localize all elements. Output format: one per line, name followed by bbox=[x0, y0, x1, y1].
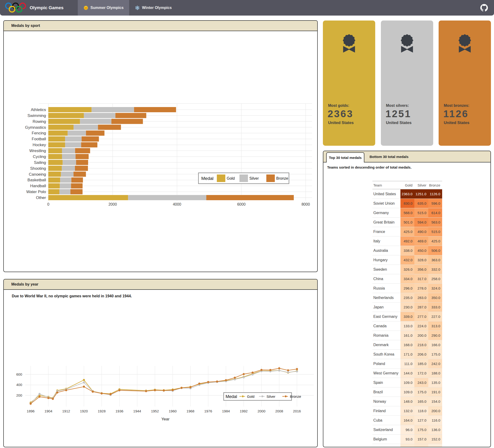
point-silver bbox=[287, 371, 289, 373]
navbar: Olympic Games 🌞 Summer Olympics ❄️ Winte… bbox=[0, 0, 494, 15]
gold-value-cell: 501.0 bbox=[400, 218, 414, 227]
gold-value-cell: 132.0 bbox=[400, 406, 414, 416]
tab-top-30[interactable]: Top 30 total medals bbox=[326, 152, 364, 163]
table-header-row: Team Gold Silver Bronze bbox=[372, 181, 442, 189]
bronze-value-cell: 363.0 bbox=[428, 255, 442, 265]
bar-segment-gold bbox=[48, 166, 62, 171]
point-silver bbox=[296, 371, 298, 372]
x-tick-label: 1904 bbox=[45, 409, 52, 413]
bar-segment-gold bbox=[48, 107, 92, 112]
gold-value-cell: 96.0 bbox=[400, 425, 414, 435]
silver-value-cell: 490.0 bbox=[414, 227, 428, 236]
point-silver bbox=[243, 376, 245, 378]
legend-dot-silver[interactable] bbox=[261, 396, 263, 397]
gold-value-cell: 830.0 bbox=[400, 199, 414, 208]
point-bronze bbox=[278, 367, 280, 370]
silver-value-cell: 328.0 bbox=[414, 255, 428, 265]
most-silvers-team: United States bbox=[386, 120, 412, 125]
table-row: Romania161.0200.0290.0 bbox=[372, 331, 442, 340]
gold-value-cell: 171.0 bbox=[400, 350, 414, 359]
bronze-value-cell: 175.0 bbox=[428, 350, 442, 359]
bronze-value-cell: 200.0 bbox=[428, 406, 442, 416]
table-row: Switzerland96.0175.0136.0 bbox=[372, 425, 442, 435]
bar-segment-silver bbox=[62, 154, 75, 159]
table-row: France425.0490.0515.0 bbox=[372, 227, 442, 236]
point-bronze bbox=[189, 386, 192, 388]
col-team: Team bbox=[372, 181, 400, 189]
silver-value-cell: 200.0 bbox=[414, 331, 428, 340]
legend-swatch-bronze[interactable] bbox=[266, 175, 275, 182]
rosette-bow bbox=[401, 46, 413, 52]
table-row: Hungary432.0328.0363.0 bbox=[372, 255, 442, 265]
legend-swatch-silver[interactable] bbox=[239, 175, 248, 182]
legend-dot-gold[interactable] bbox=[242, 396, 244, 397]
gold-value-cell: 339.0 bbox=[400, 312, 414, 321]
x-tick-label: 2000 bbox=[108, 202, 117, 206]
bar-legend[interactable]: MedalGoldSilverBronze bbox=[198, 173, 289, 184]
silver-value-cell: 118.0 bbox=[414, 406, 428, 416]
legend-label-bronze[interactable]: Bronze bbox=[276, 176, 288, 180]
point-bronze bbox=[269, 369, 272, 371]
legend-title: Medal bbox=[201, 176, 213, 181]
bar-segment-silver bbox=[60, 177, 71, 182]
point-bronze bbox=[38, 396, 40, 398]
col-silver: Silver bbox=[414, 181, 428, 189]
category-label: Shooting bbox=[30, 166, 46, 171]
table-row: Yugoslavia130.0161.092.0 bbox=[372, 444, 442, 448]
table-row: Denmark168.0218.0166.0 bbox=[372, 340, 442, 350]
point-bronze bbox=[225, 379, 227, 381]
table-row: Norway148.0165.0154.0 bbox=[372, 397, 442, 406]
table-row: Canada133.0224.0313.0 bbox=[372, 321, 442, 331]
legend-label-bronze[interactable]: Bronze bbox=[290, 395, 301, 398]
bar-segment-silver bbox=[60, 183, 71, 188]
gold-value-cell: 109.0 bbox=[400, 387, 414, 397]
point-bronze bbox=[234, 377, 236, 379]
legend-label-silver[interactable]: Silver bbox=[249, 176, 259, 180]
table-row: West Germany144.0172.0188.0 bbox=[372, 369, 442, 378]
gold-value-cell: 168.0 bbox=[400, 340, 414, 350]
medal-rosette-icon bbox=[398, 32, 416, 58]
github-icon[interactable] bbox=[480, 4, 488, 12]
bronze-value-cell: 290.0 bbox=[428, 331, 442, 340]
bar-segment-gold bbox=[48, 189, 59, 194]
legend-label-silver[interactable]: Silver bbox=[267, 395, 275, 398]
tab-summer-olympics[interactable]: 🌞 Summer Olympics bbox=[78, 0, 129, 15]
point-bronze bbox=[101, 392, 103, 395]
team-cell: Russia bbox=[372, 284, 400, 293]
legend-label-gold[interactable]: Gold bbox=[227, 176, 235, 180]
legend-swatch-gold[interactable] bbox=[217, 175, 225, 182]
bronze-value-cell: 332.0 bbox=[428, 265, 442, 274]
legend-label-gold[interactable]: Gold bbox=[247, 395, 255, 398]
silver-value-cell: 277.0 bbox=[414, 312, 428, 321]
bar-segment-bronze bbox=[115, 113, 146, 118]
silver-value-cell: 161.0 bbox=[414, 444, 428, 448]
point-bronze bbox=[118, 389, 120, 391]
bar-segment-bronze bbox=[81, 142, 97, 147]
tab-winter-olympics[interactable]: ❄️ Winter Olympics bbox=[129, 0, 177, 15]
bronze-value-cell: 154.0 bbox=[428, 397, 442, 406]
x-tick-label: 2008 bbox=[275, 409, 283, 413]
medals-by-sport-chart: 02000400060008000AthleticsSwimmingRowing… bbox=[4, 31, 317, 262]
tab-bottom-30[interactable]: Bottom 30 total medals bbox=[370, 151, 408, 162]
x-tick-label: 4000 bbox=[173, 202, 181, 206]
silver-value-cell: 283.0 bbox=[414, 293, 428, 303]
x-tick-label: 1936 bbox=[115, 409, 123, 413]
bronze-value-cell: 136.0 bbox=[428, 425, 442, 435]
x-tick-label: 2016 bbox=[293, 409, 301, 413]
most-bronzes-label: Most bronzes: bbox=[444, 103, 469, 108]
tab-winter-label: Winter Olympics bbox=[142, 6, 172, 10]
table-row: Australia338.0450.0506.0 bbox=[372, 246, 442, 255]
bronze-value-cell: 166.0 bbox=[428, 340, 442, 350]
medals-by-sport-title: Medals by sport bbox=[4, 21, 317, 31]
line-legend[interactable]: MedalGoldSilverBronze bbox=[224, 393, 301, 400]
table-row: East Germany339.0277.0227.0 bbox=[372, 312, 442, 321]
team-cell: Netherlands bbox=[372, 293, 400, 303]
legend-dot-bronze[interactable] bbox=[285, 396, 287, 397]
silver-value-cell: 127.0 bbox=[414, 416, 428, 425]
silver-value-cell: 356.0 bbox=[414, 265, 428, 274]
gold-value-cell: 235.0 bbox=[400, 293, 414, 303]
gold-value-cell: 148.0 bbox=[400, 397, 414, 406]
tab-summer-label: Summer Olympics bbox=[90, 6, 124, 10]
bronze-value-cell: 324.0 bbox=[428, 284, 442, 293]
silver-value-cell: 243.0 bbox=[414, 378, 428, 387]
